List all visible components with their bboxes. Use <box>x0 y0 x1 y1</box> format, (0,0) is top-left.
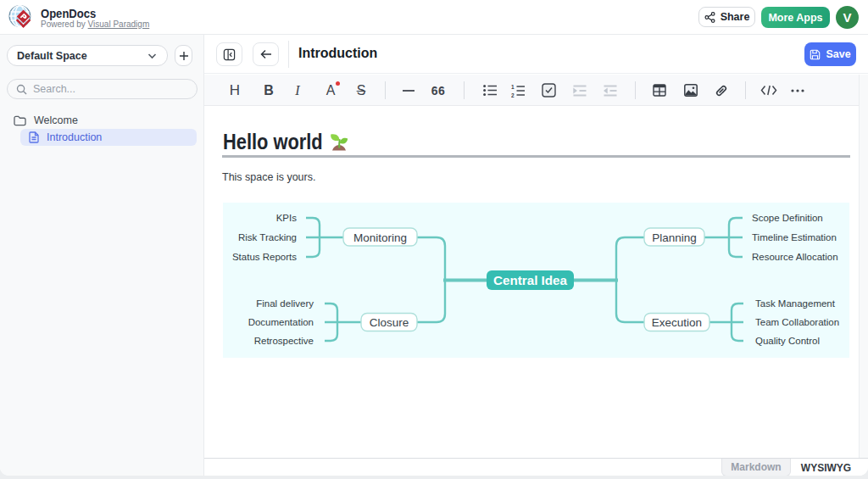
svg-text:Task Management: Task Management <box>755 298 836 309</box>
svg-text:Closure: Closure <box>370 316 409 329</box>
svg-text:Risk Tracking: Risk Tracking <box>238 232 297 242</box>
svg-text:KPIs: KPIs <box>276 213 298 223</box>
svg-text:1: 1 <box>511 84 515 90</box>
svg-text:Retrospective: Retrospective <box>254 336 314 346</box>
svg-text:Team Collaboration: Team Collaboration <box>755 317 839 327</box>
svg-text:Planning: Planning <box>652 231 697 244</box>
svg-text:Central Idea: Central Idea <box>493 274 567 287</box>
svg-text:2: 2 <box>511 92 515 97</box>
svg-text:Resource Allocation: Resource Allocation <box>752 252 838 262</box>
svg-text:Execution: Execution <box>652 316 702 329</box>
svg-text:Timeline Estimation: Timeline Estimation <box>752 232 837 242</box>
svg-text:Documentation: Documentation <box>248 317 314 327</box>
svg-text:Quality Control: Quality Control <box>755 336 820 346</box>
svg-text:Status Reports: Status Reports <box>232 252 297 262</box>
svg-text:Monitoring: Monitoring <box>353 231 407 244</box>
svg-text:Scope Definition: Scope Definition <box>752 213 823 223</box>
svg-text:Final delivery: Final delivery <box>256 298 314 309</box>
